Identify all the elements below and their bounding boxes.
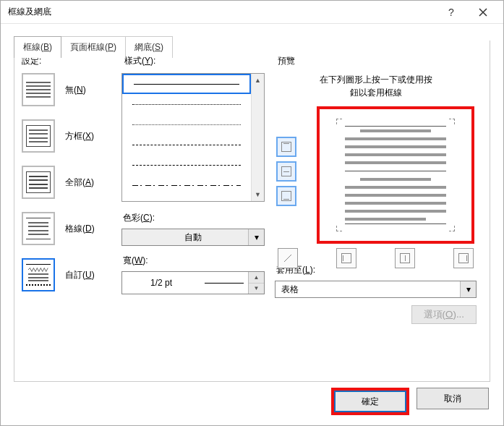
color-label: 色彩(C): xyxy=(123,212,265,224)
options-button: 選項(O)... xyxy=(411,305,477,324)
border-vmiddle-button[interactable] xyxy=(395,248,415,268)
setting-all-label: 全部(A) xyxy=(65,176,94,189)
preview-side-buttons xyxy=(276,137,296,206)
color-value: 自動 xyxy=(128,231,258,244)
borders-shading-dialog: 框線及網底 ? 框線(B) 頁面框線(P) 網底(S) 設定: 無(N) xyxy=(0,0,504,426)
width-dropdown[interactable]: 1/2 pt ▲ ▼ xyxy=(121,271,265,294)
setting-none-icon xyxy=(22,73,55,106)
settings-column: 設定: 無(N) 方框(X) xyxy=(19,55,111,371)
tab-content: 設定: 無(N) 方框(X) xyxy=(14,41,490,382)
preview-bottom-buttons xyxy=(275,248,477,268)
setting-grid[interactable]: 格線(D) xyxy=(19,212,111,245)
style-option-dashed-2[interactable] xyxy=(122,155,251,175)
settings-list: 無(N) 方框(X) 全部(A) xyxy=(19,73,111,291)
border-bottom-button[interactable] xyxy=(276,186,296,206)
preview-area xyxy=(275,106,477,258)
preview-column: 預覽 在下列圖形上按一下或使用按 鈕以套用框線 xyxy=(275,55,477,371)
style-option-solid[interactable] xyxy=(122,74,251,94)
style-list-items xyxy=(122,74,251,201)
dialog-footer: 確定 取消 xyxy=(331,388,489,415)
style-listbox[interactable]: ▲ ▼ xyxy=(121,73,265,202)
dialog-title: 框線及網底 xyxy=(8,6,435,18)
chevron-down-icon: ▾ xyxy=(460,281,476,297)
border-left-button[interactable] xyxy=(336,248,356,268)
cancel-button[interactable]: 取消 xyxy=(417,388,489,409)
setting-custom-icon xyxy=(22,258,55,291)
setting-none[interactable]: 無(N) xyxy=(19,73,111,106)
chevron-down-icon: ▾ xyxy=(248,229,264,245)
setting-grid-icon xyxy=(22,212,55,245)
width-spinner[interactable]: ▲ ▼ xyxy=(248,272,264,294)
setting-all-icon xyxy=(22,166,55,199)
preview-document[interactable] xyxy=(338,120,453,230)
setting-grid-label: 格線(D) xyxy=(65,223,95,235)
style-option-dotted-1[interactable] xyxy=(122,94,251,114)
tab-borders-label: 框線(B) xyxy=(23,42,52,52)
scroll-track[interactable] xyxy=(252,87,264,188)
width-value: 1/2 pt xyxy=(122,278,200,288)
style-label: 樣式(Y): xyxy=(121,55,265,67)
close-button[interactable] xyxy=(467,1,499,23)
border-hmiddle-button[interactable] xyxy=(276,161,296,182)
setting-box[interactable]: 方框(X) xyxy=(19,119,111,153)
border-top-button[interactable] xyxy=(276,137,296,157)
spin-down-icon[interactable]: ▼ xyxy=(249,284,264,294)
border-diag-button[interactable] xyxy=(278,248,298,268)
width-label: 寬(W): xyxy=(123,255,265,267)
setting-custom-label: 自訂(U) xyxy=(65,269,95,281)
setting-box-label: 方框(X) xyxy=(65,130,94,142)
scroll-up-icon[interactable]: ▲ xyxy=(252,74,264,87)
zigzag-icon xyxy=(28,268,48,272)
apply-to-section: 套用至(L): 表格 ▾ 選項(O)... xyxy=(275,264,477,298)
setting-custom[interactable]: 自訂(U) xyxy=(19,258,111,291)
setting-box-icon xyxy=(22,119,55,153)
style-option-dotted-2[interactable] xyxy=(122,114,251,135)
titlebar: 框線及網底 ? xyxy=(1,1,503,24)
preview-hint: 在下列圖形上按一下或使用按 鈕以套用框線 xyxy=(275,73,477,99)
preview-highlight xyxy=(317,106,474,244)
style-option-dashed-1[interactable] xyxy=(122,135,251,155)
color-dropdown[interactable]: 自動 ▾ xyxy=(121,229,265,246)
width-sample-line xyxy=(205,283,244,284)
apply-to-dropdown[interactable]: 表格 ▾ xyxy=(275,281,477,298)
style-option-dashdot[interactable] xyxy=(122,175,251,195)
preview-label: 預覽 xyxy=(275,55,477,67)
spin-up-icon[interactable]: ▲ xyxy=(249,272,264,284)
setting-all[interactable]: 全部(A) xyxy=(19,166,111,199)
ok-highlight: 確定 xyxy=(331,388,409,415)
style-scrollbar[interactable]: ▲ ▼ xyxy=(251,74,264,201)
border-right-button[interactable] xyxy=(453,248,474,268)
setting-none-label: 無(N) xyxy=(65,84,86,96)
tab-borders[interactable]: 框線(B) xyxy=(14,36,61,58)
apply-to-value: 表格 xyxy=(281,284,470,296)
style-column: 樣式(Y): ▲ ▼ 色彩(C): 自動 ▾ xyxy=(121,55,265,371)
help-button[interactable]: ? xyxy=(435,1,467,23)
ok-button[interactable]: 確定 xyxy=(334,391,406,412)
scroll-down-icon[interactable]: ▼ xyxy=(252,188,264,201)
